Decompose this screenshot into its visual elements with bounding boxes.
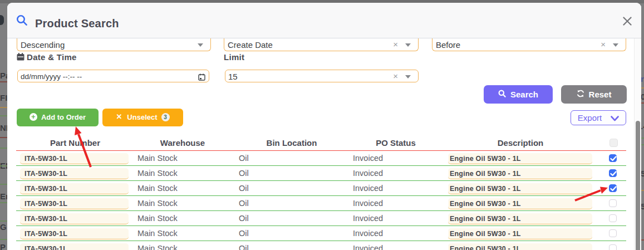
chevron-down-icon [611,111,619,125]
po-status-cell: Invoiced [353,241,383,250]
row-checkbox[interactable] [609,169,617,177]
row-checkbox[interactable] [609,154,617,162]
clear-icon[interactable]: × [393,40,398,49]
description-cell: Engine Oil 5W30 - 1L [448,183,592,194]
search-button-label: Search [510,85,538,104]
limit-select[interactable]: 15 × [225,70,419,82]
row-checkbox[interactable] [609,244,617,250]
backdrop-line-fragment [0,137,7,138]
unselect-label: Unselect [127,109,157,126]
column-header: Description [498,138,544,148]
table-body: ITA-5W30-1LMain StockOilInvoicedEngine O… [16,150,626,250]
unselect-button[interactable]: ✕Unselect3 [102,109,183,126]
clear-icon[interactable]: × [393,71,398,81]
row-checkbox[interactable] [609,199,617,207]
row-checkbox[interactable] [609,184,617,192]
po-status-cell: Invoiced [353,151,383,165]
part-number-value: ITA-5W30-1L [24,230,67,238]
plus-circle-icon: + [30,113,37,121]
chevron-down-icon [405,43,411,47]
modal-title: Product Search [35,17,119,30]
po-status-cell: Invoiced [353,211,383,226]
description-cell: Engine Oil 5W30 - 1L [448,168,592,179]
operator-select[interactable]: Before × [432,38,626,51]
warehouse-cell: Main Stock [137,226,178,241]
table-row: ITA-5W30-1LMain StockOilInvoicedEngine O… [16,151,626,166]
row-checkbox[interactable] [609,229,617,237]
backdrop-line-fragment [0,239,7,240]
datetime-placeholder: dd/mm/yyyy --:-- -- [21,72,82,81]
part-number-value: ITA-5W30-1L [24,245,67,250]
add-to-order-button[interactable]: +Add to Order [17,109,99,126]
backdrop-line-fragment [0,220,7,222]
part-number-value: ITA-5W30-1L [24,215,67,223]
search-icon [16,14,28,28]
warehouse-cell: Main Stock [137,196,178,210]
sort-order-value: Descending [21,40,65,50]
warehouse-cell: Main Stock [137,241,178,250]
table-row: ITA-5W30-1LMain StockOilInvoicedEngine O… [16,181,626,196]
backdrop-line-fragment [0,107,7,108]
limit-value: 15 [228,72,238,81]
select-all-checkbox[interactable] [609,139,618,147]
description-cell: Engine Oil 5W30 - 1L [448,153,592,164]
scrollbar-thumb[interactable] [636,121,640,250]
bin-location-cell: Oil [239,166,249,180]
part-number-cell: ITA-5W30-1L [20,168,129,179]
search-icon [498,85,506,104]
row-checkbox[interactable] [609,214,617,222]
backdrop-text-fragment: FI [0,94,7,102]
backdrop-line-fragment [0,165,7,166]
modal-header: Product Search [7,3,641,38]
part-number-value: ITA-5W30-1L [24,185,67,193]
part-number-cell: ITA-5W30-1L [20,198,129,209]
close-icon[interactable] [623,17,632,26]
backdrop-line-fragment [0,148,7,149]
reset-button[interactable]: Reset [561,85,627,104]
description-value: Engine Oil 5W30 - 1L [450,170,521,178]
warehouse-cell: Main Stock [137,151,178,165]
part-number-value: ITA-5W30-1L [24,170,67,178]
column-header: Bin Location [267,138,317,148]
scrollbar-track[interactable] [634,38,641,250]
description-cell: Engine Oil 5W30 - 1L [448,243,592,250]
column-header: Part Number [50,138,100,148]
bin-location-cell: Oil [239,196,249,210]
column-header: PO Status [376,138,416,148]
export-label: Export [578,111,602,125]
part-number-cell: ITA-5W30-1L [20,228,129,239]
backdrop-line-fragment [0,184,7,185]
datepicker-icon[interactable] [198,73,205,83]
add-to-order-label: Add to Order [41,109,86,126]
part-number-value: ITA-5W30-1L [24,200,67,208]
export-button[interactable]: Export [571,110,626,125]
description-cell: Engine Oil 5W30 - 1L [448,213,592,224]
chevron-down-icon [613,43,618,47]
product-search-modal: Product Search Descending Create Date × … [7,3,641,250]
chevron-down-icon [198,43,203,47]
table-row: ITA-5W30-1LMain StockOilInvoicedEngine O… [16,196,626,211]
backdrop-text-fragment: P [0,243,6,250]
warehouse-cell: Main Stock [137,211,178,226]
search-button[interactable]: Search [484,85,553,104]
calendar-icon [17,53,24,63]
description-value: Engine Oil 5W30 - 1L [450,155,521,163]
field-select[interactable]: Create Date × [224,38,419,51]
column-header: Warehouse [160,138,205,148]
bin-location-cell: Oil [239,181,249,195]
clear-icon[interactable]: × [601,40,606,49]
table-row: ITA-5W30-1LMain StockOilInvoicedEngine O… [16,241,626,250]
reset-button-label: Reset [589,85,612,104]
po-status-cell: Invoiced [353,196,383,210]
unselect-count-badge: 3 [161,113,170,121]
po-status-cell: Invoiced [353,226,383,241]
datetime-input[interactable]: dd/mm/yyyy --:-- -- [17,70,209,82]
part-number-value: ITA-5W30-1L [24,155,67,163]
description-cell: Engine Oil 5W30 - 1L [448,198,592,209]
sort-order-select[interactable]: Descending [17,38,211,51]
po-status-cell: Invoiced [353,181,383,195]
description-value: Engine Oil 5W30 - 1L [450,200,521,208]
warehouse-cell: Main Stock [137,181,178,195]
operator-value: Before [436,40,460,50]
chevron-down-icon [405,75,411,79]
